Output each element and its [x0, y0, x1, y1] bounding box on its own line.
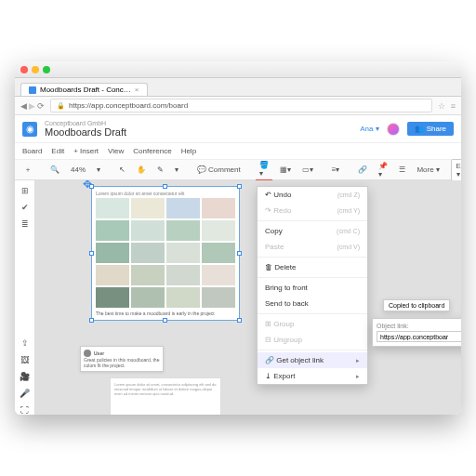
menu-conference[interactable]: Conference	[133, 147, 171, 155]
more-button[interactable]: More ▾	[413, 164, 443, 176]
url-field[interactable]: 🔒 https://app.conceptboard.com/board	[50, 99, 432, 112]
object-link-panel: Object link: 📋	[372, 318, 461, 347]
menu-edit[interactable]: Edit	[51, 147, 64, 155]
resize-handle[interactable]	[163, 184, 167, 189]
copied-tooltip: Copied to clipboard	[383, 299, 450, 311]
close-tab-icon[interactable]: ×	[135, 86, 139, 94]
pen-tool-icon[interactable]: ✎	[153, 164, 167, 176]
chevron-right-icon: ▸	[356, 373, 360, 380]
avatar[interactable]	[387, 123, 400, 136]
context-menu: ↶ Undo(cmd Z) ↷ Redo(cmd Y) Copy(cmd C) …	[257, 186, 368, 385]
back-icon[interactable]: ◀	[20, 101, 27, 111]
ctx-get-link[interactable]: 🔗 Get object link▸	[258, 352, 367, 368]
zoom-level[interactable]: 44%	[67, 164, 89, 176]
ctx-paste: Paste(cmd V)	[258, 239, 367, 255]
left-sidebar: ⊞ ✔ ≣ ⇪ 🖼 🎥 🎤 ⛶	[15, 180, 35, 415]
menubar: Board Edit + Insert View Conference Help	[15, 143, 461, 160]
app-header: ◉ Conceptboard GmbH Moodboards Draft Ana…	[15, 115, 461, 143]
sidebar-fullscreen-icon[interactable]: ⛶	[20, 405, 29, 415]
forward-icon[interactable]: ▶	[29, 101, 35, 111]
sidebar-list-icon[interactable]: ≣	[21, 219, 29, 229]
user-link[interactable]: Ana ▾	[360, 125, 378, 133]
address-bar: ◀ ▶ ⟳ 🔒 https://app.conceptboard.com/boa…	[15, 97, 461, 115]
grid-icon[interactable]: ▦▾	[276, 164, 295, 176]
menu-insert[interactable]: + Insert	[73, 147, 99, 155]
minimize-icon[interactable]	[32, 66, 39, 73]
lock-icon: 🔒	[57, 102, 65, 110]
browser-window: Moodboards Draft - Conc… × ◀ ▶ ⟳ 🔒 https…	[15, 61, 461, 415]
resize-handle[interactable]	[89, 184, 94, 189]
ctx-bring-front[interactable]: Bring to front	[258, 280, 367, 296]
sidebar-upload-icon[interactable]: ⇪	[21, 338, 29, 348]
link-label: Object link:	[377, 323, 461, 329]
resize-handle[interactable]	[89, 251, 94, 256]
chevron-down-icon[interactable]: ▾	[171, 164, 182, 176]
bookmark-icon[interactable]: ☆	[438, 101, 445, 111]
menu-board[interactable]: Board	[22, 147, 42, 155]
resize-handle[interactable]	[237, 184, 242, 189]
ctx-export[interactable]: ⤓ Export▸	[258, 368, 367, 384]
chevron-down-icon[interactable]: ▾	[93, 164, 104, 176]
selected-object[interactable]: ✥ Lorem ipsum dolor sit amet consectetur…	[91, 186, 240, 321]
zoom-in-icon[interactable]: 🔍	[46, 164, 63, 176]
text-align-icon[interactable]: ≡▾	[328, 164, 344, 176]
editor-button[interactable]: Editor ▾	[451, 159, 461, 181]
sidebar-home-icon[interactable]: ⊞	[21, 186, 29, 195]
sidebar-image-icon[interactable]: 🖼	[20, 355, 29, 364]
org-name: Conceptboard GmbH	[45, 120, 352, 126]
app-logo-icon[interactable]: ◉	[22, 122, 37, 137]
board-text: Lorem ipsum dolor sit amet consectetur e…	[96, 191, 235, 196]
ctx-copy[interactable]: Copy(cmd C)	[258, 223, 367, 239]
ctx-send-back[interactable]: Send to back	[258, 296, 367, 311]
moodboard-grid	[96, 198, 235, 308]
comment-note[interactable]: User Great policies in this moodboard, t…	[80, 346, 164, 372]
menu-icon[interactable]: ≡	[451, 101, 456, 111]
menu-help[interactable]: Help	[181, 147, 196, 155]
board-title[interactable]: Moodboards Draft	[45, 126, 352, 138]
layers-icon[interactable]: ☰	[395, 164, 409, 176]
resize-handle[interactable]	[237, 318, 242, 323]
reload-icon[interactable]: ⟳	[37, 101, 45, 111]
favicon-icon	[29, 86, 36, 94]
canvas[interactable]: ✥ Lorem ipsum dolor sit amet consectetur…	[35, 180, 461, 415]
resize-handle[interactable]	[89, 318, 94, 323]
resize-handle[interactable]	[163, 318, 167, 323]
link-input[interactable]	[377, 331, 461, 342]
fill-color-button[interactable]: 🪣▾	[256, 159, 272, 181]
hand-tool-icon[interactable]: ✋	[133, 164, 150, 176]
resize-handle[interactable]	[237, 251, 242, 256]
maximize-icon[interactable]	[43, 66, 50, 73]
ctx-group: ⊞ Group	[258, 316, 367, 332]
sidebar-check-icon[interactable]: ✔	[21, 203, 29, 212]
browser-tabs: Moodboards Draft - Conc… ×	[15, 78, 461, 97]
ctx-undo[interactable]: ↶ Undo(cmd Z)	[258, 187, 367, 203]
share-button[interactable]: 👥 Share	[407, 122, 454, 136]
link-icon[interactable]: 🔗	[354, 164, 371, 176]
sidebar-video-icon[interactable]: 🎥	[20, 372, 30, 381]
page-object[interactable]: Lorem ipsum dolor sit amet, consectetur …	[110, 377, 221, 415]
avatar-icon	[84, 350, 91, 357]
board-caption: The best time to make a moodboard is ear…	[96, 311, 235, 316]
pin-icon[interactable]: 📌▾	[375, 160, 391, 180]
close-icon[interactable]	[20, 66, 28, 73]
browser-tab[interactable]: Moodboards Draft - Conc… ×	[20, 83, 148, 96]
chevron-right-icon: ▸	[356, 357, 360, 364]
toolbar: ＋ 🔍 44% ▾ ↖ ✋ ✎ ▾ 💬 Comment 🪣▾ ▦▾ ▭▾ ≡▾ …	[15, 160, 461, 180]
menu-view[interactable]: View	[108, 147, 124, 155]
sidebar-mic-icon[interactable]: 🎤	[20, 389, 30, 398]
mac-titlebar	[15, 61, 461, 78]
main-area: ⊞ ✔ ≣ ⇪ 🖼 🎥 🎤 ⛶ ✥ Lorem ipsum dolor sit …	[15, 180, 461, 415]
shape-icon[interactable]: ▭▾	[298, 164, 317, 176]
add-button[interactable]: ＋	[20, 163, 35, 177]
comment-button[interactable]: 💬 Comment	[193, 164, 245, 176]
ctx-ungroup: ⊟ Ungroup	[258, 332, 367, 348]
pointer-tool-icon[interactable]: ↖	[115, 164, 129, 176]
ctx-redo: ↷ Redo(cmd Y)	[258, 203, 367, 218]
ctx-delete[interactable]: 🗑 Delete	[258, 259, 367, 275]
